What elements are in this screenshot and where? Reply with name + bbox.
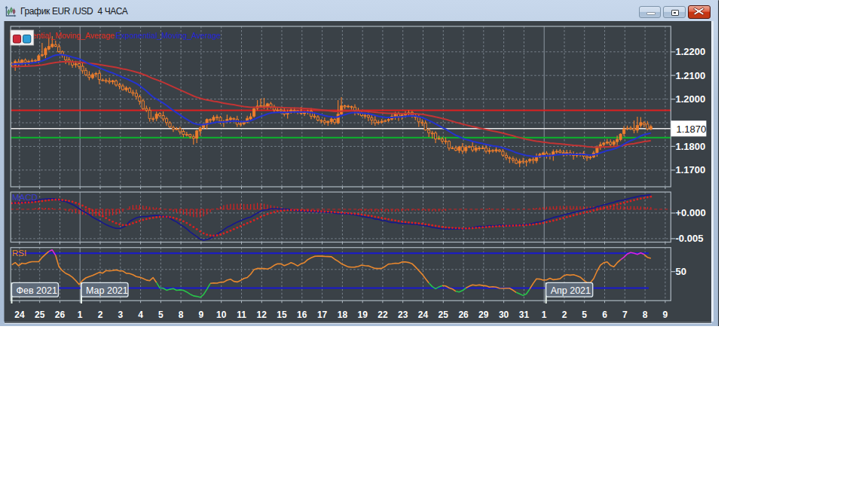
svg-text:19: 19 <box>358 310 368 320</box>
svg-text:8: 8 <box>643 310 648 320</box>
svg-text:1.1870: 1.1870 <box>677 124 707 135</box>
svg-text:25: 25 <box>35 310 45 320</box>
svg-text:Фев 2021: Фев 2021 <box>17 285 57 296</box>
svg-text:16: 16 <box>297 310 307 320</box>
svg-text:1: 1 <box>542 310 547 320</box>
svg-text:31: 31 <box>519 310 530 320</box>
svg-text:1.1700: 1.1700 <box>676 164 706 175</box>
svg-text:25: 25 <box>439 310 449 320</box>
svg-text:10: 10 <box>216 310 227 320</box>
svg-text:29: 29 <box>478 310 489 320</box>
svg-text:Апр 2021: Апр 2021 <box>551 285 591 296</box>
svg-text:MACD: MACD <box>12 193 38 202</box>
svg-text:-0.005: -0.005 <box>676 233 704 244</box>
svg-text:11: 11 <box>237 310 246 320</box>
svg-text:+0.000: +0.000 <box>676 207 706 218</box>
svg-text:12: 12 <box>257 310 267 320</box>
svg-text:18: 18 <box>338 310 348 320</box>
svg-text:5: 5 <box>582 310 587 320</box>
svg-text:2: 2 <box>562 310 567 320</box>
svg-text:24: 24 <box>418 310 429 320</box>
svg-text:50: 50 <box>676 266 686 277</box>
svg-text:7: 7 <box>622 310 628 320</box>
svg-text:23: 23 <box>398 310 408 320</box>
svg-text:1.1800: 1.1800 <box>676 141 706 152</box>
svg-text:1.2200: 1.2200 <box>676 46 706 57</box>
svg-text:Мар 2021: Мар 2021 <box>86 285 128 296</box>
svg-text:1.2100: 1.2100 <box>676 70 706 81</box>
svg-text:26: 26 <box>458 310 469 320</box>
svg-text:26: 26 <box>55 310 66 320</box>
svg-text:2: 2 <box>98 310 103 320</box>
svg-text:1: 1 <box>78 310 83 320</box>
svg-text:17: 17 <box>317 310 328 320</box>
svg-text:8: 8 <box>179 310 184 320</box>
svg-text:15: 15 <box>277 310 287 320</box>
svg-text:RSI: RSI <box>12 249 26 258</box>
svg-text:3: 3 <box>118 310 123 320</box>
svg-text:1.2000: 1.2000 <box>676 93 706 105</box>
svg-text:Exponential_Moving_Average: Exponential_Moving_Average <box>116 31 221 40</box>
svg-text:30: 30 <box>499 310 509 320</box>
svg-text:22: 22 <box>377 310 388 320</box>
svg-text:9: 9 <box>199 310 204 320</box>
svg-text:9: 9 <box>663 310 668 320</box>
svg-text:4: 4 <box>138 310 143 320</box>
svg-text:5: 5 <box>158 310 164 320</box>
svg-text:6: 6 <box>602 310 607 320</box>
svg-text:24: 24 <box>14 310 25 320</box>
